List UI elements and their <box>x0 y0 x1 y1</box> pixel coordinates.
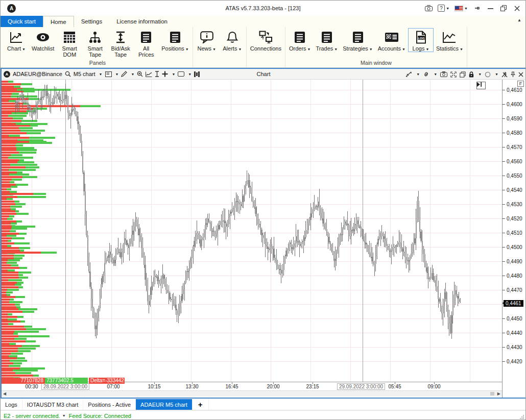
workspace-tab-logs[interactable]: Logs <box>1 399 22 410</box>
screenshot-icon[interactable] <box>423 3 434 14</box>
price-tick: 0,4430 <box>503 345 522 350</box>
ribbon-group-label <box>194 59 245 67</box>
add-tab-button[interactable]: + <box>193 399 209 410</box>
statistics-button[interactable]: Statistics▼ <box>434 28 466 52</box>
horizontal-scrollbar[interactable]: ◀ ▶ <box>2 390 502 397</box>
crosshair-plus-icon[interactable] <box>162 71 168 77</box>
chart-plot-area[interactable]: 7710782873773402.5Delta=-333442 <box>2 80 502 382</box>
dropdown-caret-icon: ▼ <box>22 47 26 51</box>
time-label: 07:00 <box>107 384 119 389</box>
cluster-icon[interactable] <box>194 71 200 77</box>
dropdown-caret-icon: ▼ <box>478 72 482 76</box>
dropdown-caret-icon: ▼ <box>307 47 311 51</box>
logs-button[interactable]: LOGLogs▼ <box>408 28 434 52</box>
chart-logo-icon: A <box>4 71 10 78</box>
smart-dom-label: Smart DOM <box>62 45 77 58</box>
all-prices-button[interactable]: All Prices <box>133 28 159 58</box>
session-date-label: 28.09.2022 3:00:00 <box>41 383 89 390</box>
pin-icon[interactable] <box>511 71 515 78</box>
pin-icon[interactable] <box>471 3 483 14</box>
close-icon[interactable] <box>511 3 522 14</box>
language-flag-icon[interactable]: ▼ <box>453 3 469 14</box>
accounts-button[interactable]: Accounts▼ <box>375 28 408 52</box>
smart-dom-button[interactable]: Smart DOM <box>57 28 82 58</box>
watchlist-button[interactable]: Watchlist <box>29 28 57 52</box>
time-label: 16:45 <box>225 384 238 389</box>
volume-stat: 77107828 <box>2 378 45 384</box>
ribbon-tab-license-information[interactable]: License information <box>109 16 175 27</box>
ribbon-group-panels: Chart▼WatchlistSmart DOMSmart TapeBid/As… <box>3 27 193 67</box>
connections-button[interactable]: Connections <box>248 28 284 52</box>
price-tick: 0,4500 <box>503 245 522 250</box>
camera-icon[interactable] <box>440 71 447 77</box>
panel-icon[interactable] <box>105 71 112 77</box>
resize-grip[interactable] <box>519 414 524 419</box>
object-icon[interactable] <box>155 71 159 77</box>
ribbon-tab-quick-start[interactable]: Quick start <box>1 16 43 27</box>
ribbon-toolbar: Chart▼WatchlistSmart DOMSmart TapeBid/As… <box>1 27 525 68</box>
price-axis[interactable]: F 0,4461 0,46100,46000,45900,45800,45700… <box>502 80 525 398</box>
fit-scale-button[interactable]: F <box>517 81 524 87</box>
price-tick: 0,4530 <box>503 202 522 207</box>
close-icon[interactable] <box>518 72 523 77</box>
price-tick: 0,4450 <box>503 316 522 322</box>
ribbon-group-main-window: Orders▼Trades▼Strategies▼Accounts▼LOGLog… <box>285 27 467 67</box>
copy-icon[interactable] <box>460 71 466 78</box>
workspace-tab-iotausdt-m3-chart[interactable]: IOTAUSDT M3 chart <box>22 399 83 410</box>
time-label: 09:00 <box>427 384 440 389</box>
workspace-tab-adaeur-m5-chart[interactable]: ADAEUR M5 chart <box>136 399 193 410</box>
instrument-label[interactable]: ADAEUR@Binance <box>13 71 62 77</box>
price-tick: 0,4590 <box>503 116 522 121</box>
help-icon[interactable]: ?▼ <box>436 3 451 14</box>
dropdown-caret-icon: ▼ <box>238 47 242 51</box>
server-status-caret-icon[interactable]: ▼ <box>62 414 66 417</box>
fullscreen-icon[interactable] <box>450 71 457 78</box>
scrollbar-thumb[interactable] <box>490 392 494 396</box>
ruler-icon[interactable] <box>405 71 412 77</box>
ribbon-group: Connections <box>247 27 285 67</box>
circle-icon[interactable] <box>485 71 491 78</box>
alerts-button[interactable]: Alerts▼ <box>220 28 245 52</box>
strategies-label: Strategies▼ <box>343 45 372 52</box>
strategies-button[interactable]: Strategies▼ <box>340 28 375 52</box>
ribbon-tab-settings[interactable]: Settings <box>74 16 110 27</box>
positions-button[interactable]: Positions▼ <box>159 28 192 52</box>
dropdown-caret-icon: ▼ <box>185 47 189 51</box>
dropdown-caret-icon: ▼ <box>425 47 429 51</box>
doc-icon <box>170 30 181 44</box>
zoom-in-icon[interactable] <box>137 71 143 77</box>
pencil-icon[interactable] <box>121 71 127 77</box>
chart-label: Chart▼ <box>7 45 26 52</box>
updown-icon <box>115 30 126 44</box>
scroll-left-icon[interactable]: ◀ <box>3 391 6 397</box>
title-bar: A ATAS v5.7.33.203-beta - [123] ?▼ ▼ <box>1 1 525 16</box>
scroll-right-icon[interactable]: ▶ <box>497 391 500 397</box>
price-tick: 0,4560 <box>503 159 522 164</box>
indicator-icon[interactable] <box>146 71 152 77</box>
restore-icon[interactable] <box>498 3 509 14</box>
news-button[interactable]: News▼ <box>194 28 220 52</box>
ribbon-group-label: Panels <box>4 59 192 67</box>
dropdown-caret-icon: ▼ <box>334 47 338 51</box>
price-tick: 0,4520 <box>503 216 522 221</box>
timeframe-select[interactable]: M5 chart <box>74 71 95 77</box>
go-to-realtime-button[interactable] <box>476 82 486 89</box>
chart-button[interactable]: Chart▼ <box>4 28 29 52</box>
minimize-icon[interactable] <box>485 3 496 14</box>
collapse-ribbon-icon[interactable]: ▲ <box>517 18 521 22</box>
time-label: 13:30 <box>185 384 198 389</box>
trades-button[interactable]: Trades▼ <box>314 28 341 52</box>
shape-icon[interactable] <box>178 71 184 77</box>
doc-icon <box>294 30 305 44</box>
ribbon-tab-home[interactable]: Home <box>43 16 74 27</box>
smart-tape-button[interactable]: Smart Tape <box>82 28 108 58</box>
orders-button[interactable]: Orders▼ <box>286 28 314 52</box>
bolt-icon[interactable] <box>501 71 508 78</box>
workspace-tab-positions-active[interactable]: Positions - Active <box>83 399 136 410</box>
price-tick: 0,4480 <box>503 274 522 279</box>
link-icon[interactable] <box>423 71 429 77</box>
svg-text:LOG: LOG <box>418 36 425 40</box>
search-icon[interactable] <box>65 71 71 77</box>
bid-ask-tape-button[interactable]: Bid/Ask Tape <box>108 28 133 58</box>
lock-icon[interactable] <box>469 71 474 78</box>
